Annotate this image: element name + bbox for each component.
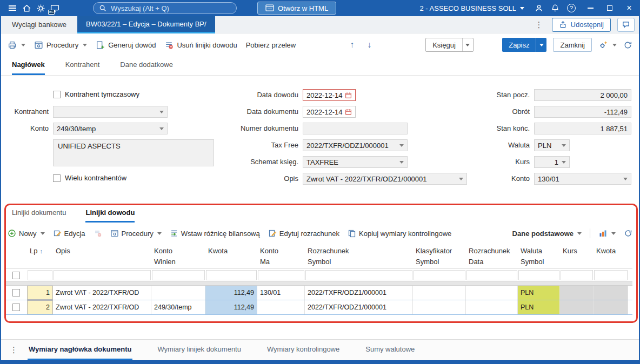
copy-dimensions-button[interactable]: Kopiuj wymiary kontrolingowe [348, 229, 451, 238]
ksieguj-button[interactable]: Księguj [425, 38, 474, 52]
obrot-field[interactable]: -112,49 [534, 106, 631, 118]
maximize-icon[interactable] [600, 0, 619, 16]
arrow-down-icon[interactable]: ↓ [365, 40, 374, 50]
tab-dane-dodatkowe[interactable]: Dane dodatkowe [120, 60, 173, 75]
insert-balance-diff-button[interactable]: Wstaw różnicę bilansową [170, 229, 260, 238]
home-icon[interactable] [19, 1, 34, 15]
search-input[interactable] [110, 4, 231, 13]
col-konto-winien[interactable]: KontoWinien [151, 244, 205, 268]
filter-rozrachunek-symbol[interactable] [305, 270, 412, 280]
kontrahent-select[interactable] [53, 106, 168, 118]
row-checkbox[interactable] [12, 289, 20, 296]
global-search[interactable] [93, 2, 237, 14]
close-icon[interactable]: × [619, 0, 639, 16]
filter-waluta[interactable] [518, 270, 559, 280]
kontrahent-name-box[interactable]: UNIFIED ASPECTS [53, 139, 214, 166]
procedures-icon [110, 229, 119, 238]
lines-procedures-button[interactable]: Procedury [110, 229, 162, 238]
numer-dokumentu-field[interactable] [303, 123, 408, 134]
new-line-button[interactable]: Nowy [8, 229, 45, 238]
konto-bankowe-select[interactable]: 130/01 [534, 173, 631, 185]
tab-wymiary-naglowka[interactable]: Wymiary nagłówka dokumentu [28, 340, 132, 360]
workstation-icon[interactable]: BC [48, 1, 62, 15]
refresh-icon[interactable] [624, 229, 632, 238]
stan-pocz-field[interactable]: 2 000,00 [534, 89, 631, 101]
more-vertical-icon[interactable]: ⋮ [533, 20, 545, 30]
row-checkbox[interactable] [12, 304, 20, 311]
edit-settlement-button[interactable]: Edytuj rozrachunek [268, 229, 339, 238]
arrow-up-icon[interactable]: ↑ [348, 40, 356, 50]
select-all-checkbox[interactable] [12, 272, 20, 279]
tax-free-select[interactable]: 2022/TXFR/ODZ1/000001 [303, 139, 408, 151]
delete-line-icon-disabled[interactable] [94, 229, 102, 238]
tab-wyciagi-bankowe[interactable]: Wyciągi bankowe [1, 21, 77, 29]
col-rozrachunek-data[interactable]: RozrachunekData [466, 244, 518, 268]
more-vertical-icon[interactable]: ⋮ [8, 345, 20, 355]
filter-rozrachunek-data[interactable] [466, 270, 517, 280]
refresh-icon[interactable] [623, 41, 632, 50]
calendar-icon[interactable] [345, 92, 352, 99]
waluta-select[interactable]: PLN [534, 139, 570, 151]
dane-podstawowe-selector[interactable]: Dane podstawowe [512, 230, 582, 238]
wielu-kontrahentow-checkbox[interactable] [53, 174, 61, 182]
procedures-button[interactable]: Procedury [34, 41, 87, 50]
tab-naglowek[interactable]: Nagłówek [12, 60, 45, 75]
filter-lp[interactable] [28, 270, 52, 280]
col-opis[interactable]: Opis [53, 244, 151, 268]
tab-linijki-dowodu[interactable]: Linijki dowodu [85, 208, 135, 223]
col-klasyfikator-symbol[interactable]: KlasyfikatorSymbol [413, 244, 466, 268]
filter-konto-winien[interactable] [152, 270, 205, 280]
konto-select[interactable]: 249/30/temp [53, 123, 168, 134]
filter-opis[interactable] [54, 270, 151, 280]
generate-voucher-button[interactable]: Generuj dowód [96, 41, 156, 50]
share-button[interactable]: Udostępnij [552, 18, 611, 32]
print-button[interactable] [8, 41, 25, 50]
filter-klasyfikator[interactable] [414, 270, 465, 280]
filter-kwota-waluta[interactable] [594, 270, 628, 280]
settings-gear-icon[interactable] [34, 1, 48, 15]
addons-button[interactable] [598, 40, 617, 50]
filter-kwota[interactable] [206, 270, 257, 280]
data-dowodu-field[interactable]: 2022-12-14 [303, 89, 356, 101]
menu-icon[interactable] [5, 1, 19, 15]
tab-document-active[interactable]: BW03/22/1 – Edycja – Dokumenty BP/ [77, 16, 215, 33]
filter-kurs[interactable] [561, 270, 593, 280]
table-row[interactable]: 1 Zwrot VAT - 2022/TXFR/OD 112,49 130/01… [5, 286, 632, 300]
col-lp[interactable]: Lp↑ [27, 244, 53, 268]
zamknij-button[interactable]: Zamknij [553, 38, 592, 52]
chevron-down-icon [539, 44, 544, 46]
help-icon[interactable]: ? [564, 1, 578, 15]
stan-konc-field[interactable]: 1 887,51 [534, 123, 631, 134]
col-kurs[interactable]: Kurs [560, 244, 594, 268]
minimize-icon[interactable] [581, 0, 600, 16]
schemat-ksieg-select[interactable]: TAXFREE [303, 156, 408, 168]
tab-kontrahent[interactable]: Kontrahent [65, 60, 100, 75]
konto-label: Konto [1, 123, 49, 134]
bell-icon[interactable] [548, 1, 562, 15]
kontrahent-tymczasowy-checkbox[interactable] [53, 91, 61, 98]
edit-line-button[interactable]: Edycja [53, 229, 85, 238]
tab-linijki-dokumentu[interactable]: Linijki dokumentu [12, 208, 66, 223]
filter-konto-ma[interactable] [258, 270, 304, 280]
delete-voucher-lines-button[interactable]: Usuń linijki dowodu [164, 41, 237, 50]
col-rozrachunek-symbol[interactable]: RozrachunekSymbol [305, 244, 413, 268]
chart-view-button[interactable] [598, 229, 616, 238]
tab-sumy-walutowe[interactable]: Sumy walutowe [364, 340, 416, 360]
download-transfer-button[interactable]: Pobierz przelew [246, 41, 296, 49]
tab-wymiary-kontrolingowe[interactable]: Wymiary kontrolingowe [266, 340, 341, 360]
open-in-html-button[interactable]: Otwórz w HTML [257, 2, 336, 15]
user-icon[interactable] [532, 1, 546, 15]
col-konto-ma[interactable]: KontoMa [257, 244, 305, 268]
kurs-field[interactable]: 1 [534, 156, 570, 168]
chat-button[interactable] [617, 18, 635, 32]
calendar-icon[interactable] [345, 109, 352, 116]
opis-select[interactable]: Zwrot VAT - 2022/TXFR/ODZ1/000001 [303, 173, 467, 185]
col-kwota[interactable]: Kwota [205, 244, 257, 268]
data-dokumentu-field[interactable]: 2022-12-14 [303, 106, 356, 118]
table-row[interactable]: 2 Zwrot VAT - 2022/TXFR/OD 249/30/temp 1… [5, 300, 632, 315]
company-selector[interactable]: 2 - ASSECO BUSINESS SOLL [415, 4, 530, 12]
tab-wymiary-linijek[interactable]: Wymiary linijek dokumentu [156, 340, 242, 360]
col-waluta-symbol[interactable]: WalutaSymbol [518, 244, 560, 268]
zapisz-button[interactable]: Zapisz [502, 38, 546, 52]
col-kwota-waluta[interactable]: Kwota [594, 244, 628, 268]
